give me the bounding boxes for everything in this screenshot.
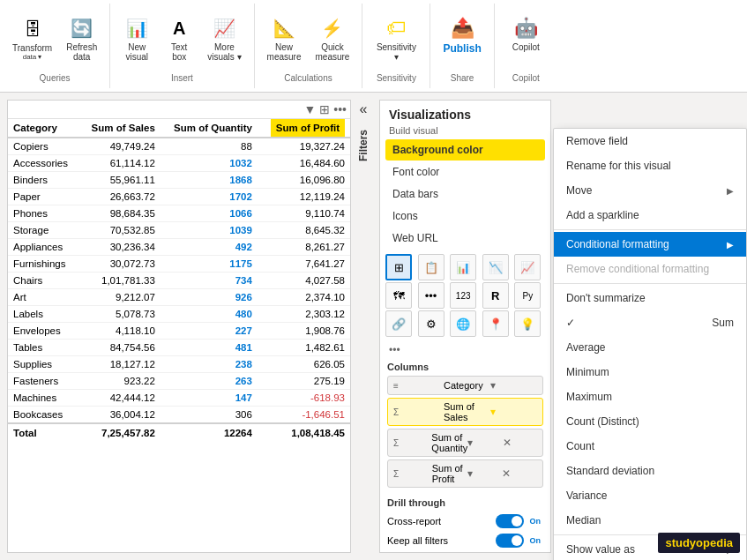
columns-section: Columns ≡ Category ▾ Σ Sum of Sales ▾ Σ …	[380, 358, 550, 494]
field-profit-remove[interactable]: ✕	[502, 467, 537, 480]
bar-chart-icon[interactable]: 📊	[450, 254, 476, 280]
gauge-icon[interactable]: 🔗	[385, 310, 412, 337]
table-row: Tables84,754.564811,482.61	[8, 340, 350, 356]
publish-button[interactable]: 📤 Publish	[437, 11, 486, 58]
ctx-variance[interactable]: Variance	[554, 483, 746, 508]
quick-measure-button[interactable]: ⚡ Quick measure	[310, 11, 355, 65]
ctx-median[interactable]: Median	[554, 508, 746, 533]
field-quantity-icon: Σ	[393, 438, 428, 448]
field-quantity-label: Sum of Quantity	[431, 432, 467, 453]
cell-14-3: 275.19	[258, 373, 350, 390]
cross-report-toggle-switch[interactable]	[496, 514, 524, 528]
table-icon[interactable]: ⊞	[385, 254, 412, 280]
new-visual-button[interactable]: 📊 New visual	[117, 11, 156, 65]
field-category[interactable]: ≡ Category ▾	[387, 376, 543, 395]
cell-10-0: Labels	[8, 306, 79, 323]
sensitivity-button[interactable]: 🏷 Sensitivity ▾	[370, 11, 422, 65]
toolbar-group-copilot: 🤖 Copilot Copilot	[495, 4, 557, 88]
line-chart-icon[interactable]: 📈	[514, 254, 541, 280]
cell-11-0: Envelopes	[8, 323, 79, 340]
ctx-count[interactable]: Count	[554, 434, 746, 459]
copilot-button[interactable]: 🤖 Copilot	[502, 11, 550, 56]
data-bars-option[interactable]: Data bars	[385, 183, 545, 205]
filters-panel: « Filters	[351, 93, 376, 560]
cell-7-2: 1175	[161, 256, 258, 273]
cell-10-1: 5,078.73	[79, 306, 161, 323]
field-quantity-remove[interactable]: ✕	[503, 437, 537, 449]
ctx-remove-field-label: Remove field	[566, 135, 628, 147]
keep-filters-row: Keep all filters On	[387, 531, 543, 550]
field-category-dropdown[interactable]: ▾	[490, 379, 537, 392]
ctx-minimum[interactable]: Minimum	[554, 360, 746, 385]
viz-more-button[interactable]: •••	[380, 342, 550, 358]
cell-9-2: 926	[161, 289, 258, 306]
cell-16-2: 306	[161, 407, 258, 424]
area-chart-icon[interactable]: 🗺	[385, 282, 412, 309]
columns-label: Columns	[387, 362, 543, 372]
collapse-filters-button[interactable]: «	[360, 101, 368, 117]
field-sales-dropdown[interactable]: ▾	[490, 406, 537, 418]
visualizations-panel: Visualizations Build visual Background c…	[379, 100, 551, 553]
background-color-option[interactable]: Background color	[385, 139, 545, 161]
table-row: Bookcases36,004.12306-1,646.51	[8, 407, 350, 424]
scatter-icon[interactable]: •••	[418, 282, 444, 309]
ctx-add-sparkline[interactable]: Add a sparkline	[554, 203, 746, 228]
matrix-icon[interactable]: 📋	[418, 254, 444, 280]
treemap-icon[interactable]: 💡	[514, 310, 541, 337]
ctx-average-label: Average	[566, 341, 605, 354]
cell-7-1: 30,072.73	[79, 256, 161, 273]
col-header-category: Category	[8, 119, 79, 138]
ctx-rename-visual[interactable]: Rename for this visual	[554, 153, 746, 178]
ctx-dont-summarize[interactable]: Don't summarize	[554, 286, 746, 310]
more-visuals-button[interactable]: 📈 More visuals ▾	[202, 11, 246, 65]
ctx-count-distinct[interactable]: Count (Distinct)	[554, 409, 746, 434]
ctx-average[interactable]: Average	[554, 335, 746, 360]
keep-filters-toggle-switch[interactable]	[496, 534, 524, 548]
ctx-sum[interactable]: ✓ Sum	[554, 310, 746, 335]
col-header-profit: Sum of Profit	[258, 119, 350, 138]
field-sum-sales[interactable]: Σ Sum of Sales ▾	[387, 398, 543, 426]
filter-icon[interactable]: ▼	[303, 102, 316, 116]
ctx-maximum[interactable]: Maximum	[554, 385, 746, 409]
ctx-remove-field[interactable]: Remove field	[554, 129, 746, 153]
card-icon[interactable]: ⚙	[418, 310, 444, 337]
ctx-move[interactable]: Move ▶	[554, 178, 746, 203]
cell-16-0: Bookcases	[8, 407, 79, 424]
cell-12-1: 84,754.56	[79, 340, 161, 356]
123-icon[interactable]: 123	[450, 282, 476, 309]
focus-icon[interactable]: ⊞	[319, 102, 330, 116]
font-color-option[interactable]: Font color	[385, 161, 545, 183]
field-quantity-dropdown[interactable]: ▾	[467, 437, 502, 449]
more-icon[interactable]: •••	[333, 102, 347, 116]
map-icon[interactable]: 🌐	[450, 310, 476, 337]
field-sum-quantity[interactable]: Σ Sum of Quantity ▾ ✕	[387, 429, 543, 457]
new-measure-button[interactable]: 📐 New measure	[262, 11, 307, 65]
shape-map-icon[interactable]: 📍	[482, 310, 509, 337]
ctx-conditional-formatting[interactable]: Conditional formatting ▶	[554, 232, 746, 257]
r-icon[interactable]: R	[482, 282, 509, 309]
ctx-move-arrow: ▶	[727, 186, 734, 196]
viz-panel-title: Visualizations	[380, 101, 550, 125]
text-box-button[interactable]: A Text box	[160, 11, 198, 65]
ctx-standard-deviation[interactable]: Standard deviation	[554, 459, 746, 483]
cell-0-2: 88	[161, 138, 258, 155]
ctx-variance-label: Variance	[566, 489, 607, 502]
keep-filters-toggle[interactable]: On	[496, 534, 544, 548]
transform-data-button[interactable]: 🗄 Transform data ▾	[7, 11, 57, 64]
field-sum-profit[interactable]: Σ Sum of Profit ▾ ✕	[387, 459, 543, 488]
table-row: Accessories61,114.12103216,484.60	[8, 155, 350, 172]
ctx-conditional-label: Conditional formatting	[566, 238, 669, 250]
refresh-data-button[interactable]: 🔄 Refresh data	[61, 11, 102, 65]
stacked-bar-icon[interactable]: 📉	[482, 254, 509, 280]
toolbar-group-queries: 🗄 Transform data ▾ 🔄 Refresh data Querie…	[0, 4, 110, 88]
cross-report-toggle[interactable]: On	[496, 514, 544, 528]
web-url-option[interactable]: Web URL	[385, 228, 545, 249]
py-icon[interactable]: Py	[514, 282, 541, 309]
icons-option[interactable]: Icons	[385, 205, 545, 227]
table-row: Art9,212.079262,374.10	[8, 289, 350, 306]
toolbar-group-sensitivity: 🏷 Sensitivity ▾ Sensitivity	[362, 4, 430, 88]
refresh-icon: 🔄	[68, 14, 96, 42]
field-profit-dropdown[interactable]: ▾	[467, 467, 503, 480]
ctx-remove-conditional[interactable]: Remove conditional formatting	[554, 257, 746, 281]
cell-6-1: 30,236.34	[79, 239, 161, 256]
